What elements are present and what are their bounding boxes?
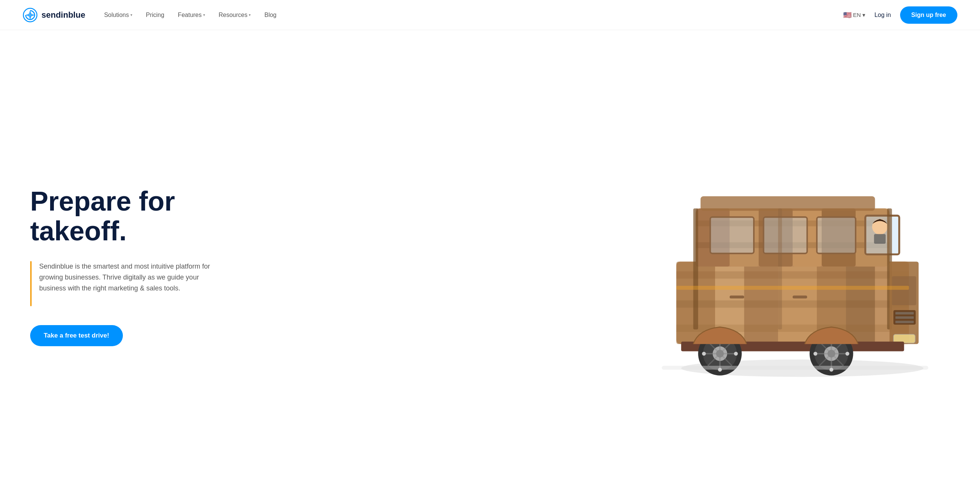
svg-point-62 bbox=[813, 351, 817, 355]
svg-rect-26 bbox=[817, 217, 856, 253]
lang-code: EN bbox=[853, 12, 861, 18]
nav-label-blog: Blog bbox=[264, 12, 276, 19]
hero-section: Prepare for takeoff. Sendinblue is the s… bbox=[0, 30, 980, 495]
nav-label-solutions: Solutions bbox=[104, 12, 129, 19]
svg-rect-11 bbox=[676, 300, 909, 308]
nav-item-features[interactable]: Features ▾ bbox=[178, 12, 205, 19]
language-selector[interactable]: 🇺🇸 EN ▾ bbox=[843, 11, 865, 19]
cta-button[interactable]: Take a free test drive! bbox=[30, 325, 123, 346]
nav-links: Solutions ▾ Pricing Features ▾ Resources… bbox=[104, 12, 276, 19]
nav-item-pricing[interactable]: Pricing bbox=[146, 12, 164, 19]
hero-title: Prepare for takeoff. bbox=[30, 186, 226, 246]
features-chevron: ▾ bbox=[203, 13, 205, 17]
svg-rect-65 bbox=[730, 295, 745, 298]
svg-rect-28 bbox=[874, 234, 886, 244]
navbar: sendinblue Solutions ▾ Pricing Features … bbox=[0, 0, 980, 30]
svg-rect-66 bbox=[793, 295, 807, 298]
svg-rect-10 bbox=[676, 271, 909, 278]
hero-title-line2: takeoff. bbox=[30, 216, 127, 246]
nav-label-features: Features bbox=[178, 12, 202, 19]
hero-description-block: Sendinblue is the smartest and most intu… bbox=[30, 261, 226, 306]
svg-point-51 bbox=[734, 351, 738, 355]
nav-item-resources[interactable]: Resources ▾ bbox=[219, 12, 251, 19]
lang-chevron: ▾ bbox=[862, 12, 865, 19]
navbar-right: 🇺🇸 EN ▾ Log in Sign up free bbox=[843, 6, 958, 24]
hero-image bbox=[618, 145, 958, 388]
svg-rect-29 bbox=[693, 208, 698, 329]
svg-point-63 bbox=[845, 351, 849, 355]
svg-rect-64 bbox=[676, 286, 909, 289]
nav-item-blog[interactable]: Blog bbox=[264, 12, 276, 19]
navbar-left: sendinblue Solutions ▾ Pricing Features … bbox=[22, 8, 277, 22]
accent-bar bbox=[30, 261, 32, 306]
nav-label-pricing: Pricing bbox=[146, 12, 164, 19]
hero-content: Prepare for takeoff. Sendinblue is the s… bbox=[30, 186, 226, 346]
svg-rect-33 bbox=[892, 276, 916, 305]
flag-icon: 🇺🇸 bbox=[843, 11, 851, 19]
solutions-chevron: ▾ bbox=[130, 13, 132, 17]
nav-item-solutions[interactable]: Solutions ▾ bbox=[104, 12, 132, 19]
svg-rect-67 bbox=[662, 366, 928, 370]
svg-rect-36 bbox=[895, 316, 914, 318]
svg-rect-37 bbox=[895, 320, 914, 323]
signup-button[interactable]: Sign up free bbox=[900, 6, 958, 24]
svg-rect-35 bbox=[895, 312, 914, 314]
logo-icon bbox=[22, 8, 38, 22]
nav-label-resources: Resources bbox=[219, 12, 247, 19]
svg-rect-25 bbox=[764, 217, 807, 253]
brand-name: sendinblue bbox=[41, 10, 85, 20]
resources-chevron: ▾ bbox=[249, 13, 251, 17]
svg-rect-31 bbox=[778, 208, 782, 329]
svg-point-50 bbox=[702, 351, 706, 355]
login-link[interactable]: Log in bbox=[875, 12, 891, 19]
svg-rect-22 bbox=[701, 196, 875, 211]
svg-rect-24 bbox=[710, 217, 754, 253]
van-illustration bbox=[618, 145, 958, 388]
hero-title-line1: Prepare for bbox=[30, 186, 175, 216]
logo[interactable]: sendinblue bbox=[22, 8, 85, 22]
svg-point-27 bbox=[872, 219, 888, 234]
hero-description-text: Sendinblue is the smartest and most intu… bbox=[39, 261, 226, 306]
